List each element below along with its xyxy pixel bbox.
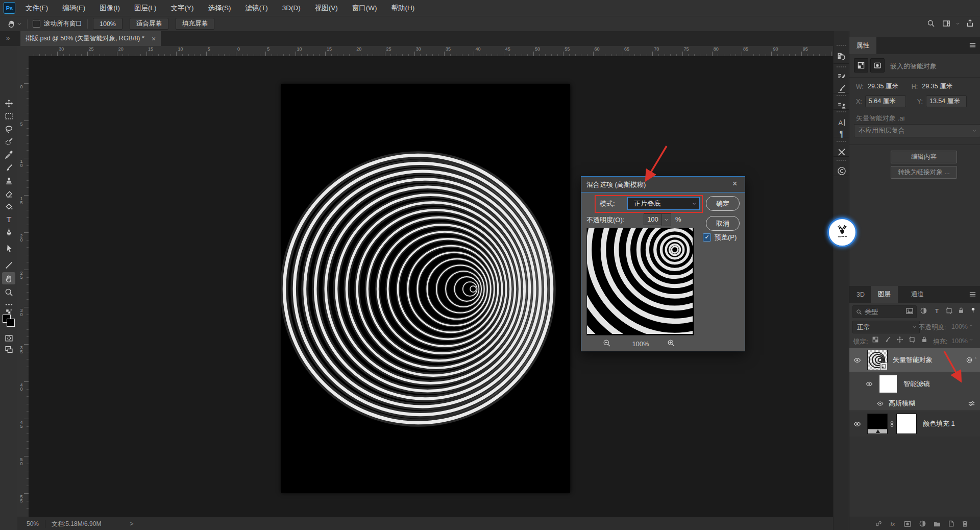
delete-layer-icon[interactable]: [961, 520, 969, 527]
menu-item-7[interactable]: 3D(D): [275, 0, 308, 16]
mask-thumb-icon[interactable]: [870, 58, 885, 73]
cancel-button[interactable]: 取消: [706, 216, 740, 231]
link-layers-icon[interactable]: [875, 520, 883, 527]
tool-presets-panel-icon[interactable]: [836, 147, 847, 157]
lasso-tool[interactable]: [2, 123, 15, 135]
menu-item-2[interactable]: 图像(I): [92, 0, 127, 16]
quick-mask-tool[interactable]: [2, 332, 15, 344]
eraser-tool[interactable]: [2, 187, 15, 200]
background-color-swatch[interactable]: [7, 319, 15, 327]
color-fill-thumbnail[interactable]: [867, 414, 888, 434]
menu-item-6[interactable]: 滤镜(T): [238, 0, 275, 16]
zoom-100-button[interactable]: 100%: [93, 18, 122, 30]
paint-bucket-tool[interactable]: [2, 200, 15, 212]
menu-item-3[interactable]: 图层(L): [127, 0, 164, 16]
filter-pixel-layers-icon[interactable]: [905, 307, 914, 315]
mask-link-icon[interactable]: [889, 421, 895, 427]
type-tool[interactable]: T: [2, 213, 15, 225]
tab-overflow-chevrons[interactable]: »: [6, 34, 10, 42]
fit-screen-button[interactable]: 适合屏幕: [130, 18, 168, 30]
hand-tool[interactable]: [2, 272, 15, 284]
horizontal-ruler[interactable]: 3025201510505101520253035404550556065707…: [29, 46, 833, 57]
menu-item-10[interactable]: 帮助(H): [384, 0, 422, 16]
layer-thumbnail[interactable]: [867, 350, 888, 370]
line-tool[interactable]: [2, 259, 15, 271]
brushes-panel-icon[interactable]: [836, 83, 847, 94]
hand-tool-icon[interactable]: [7, 19, 16, 28]
history-panel-icon[interactable]: [836, 51, 847, 62]
workspace-layout-icon[interactable]: [942, 19, 950, 28]
smart-filters-badge-icon[interactable]: [966, 356, 973, 364]
panel-drag-handle[interactable]: [837, 141, 846, 142]
lock-position-icon[interactable]: [896, 336, 903, 343]
layer-name[interactable]: 颜色填充 1: [923, 419, 955, 428]
menu-item-1[interactable]: 编辑(E): [55, 0, 92, 16]
clone-stamp-tool[interactable]: [2, 175, 15, 187]
eyedropper-tool[interactable]: [2, 148, 15, 160]
photoshop-logo[interactable]: Ps: [4, 2, 15, 14]
ruler-corner[interactable]: [17, 46, 29, 57]
opacity-input[interactable]: 100: [644, 213, 662, 225]
opacity-dropdown-chevron[interactable]: [662, 213, 671, 226]
layer-style-fx-icon[interactable]: fx: [889, 520, 897, 528]
character-panel-icon[interactable]: A: [836, 117, 847, 128]
filter-toggle-icon[interactable]: [970, 307, 976, 314]
layer-row-smart-filters[interactable]: 智能滤镜: [849, 372, 980, 396]
convert-to-linked-button[interactable]: 转换为链接对象 ...: [891, 166, 957, 179]
panel-menu-icon[interactable]: [969, 291, 976, 298]
path-select-tool[interactable]: [2, 242, 15, 254]
share-icon[interactable]: [966, 19, 974, 28]
menu-item-4[interactable]: 文字(Y): [164, 0, 201, 16]
chevron-down-icon[interactable]: [17, 21, 22, 27]
chevron-down-icon[interactable]: [955, 21, 960, 26]
scroll-all-windows-checkbox[interactable]: [33, 20, 40, 28]
visibility-eye-icon[interactable]: [866, 380, 873, 388]
visibility-eye-icon[interactable]: [853, 356, 861, 364]
preview-zoom-in-icon[interactable]: [667, 339, 675, 347]
panel-drag-handle[interactable]: [837, 111, 846, 112]
move-tool[interactable]: [2, 97, 15, 109]
layer-name[interactable]: 矢量智能对象: [893, 355, 933, 365]
menu-item-9[interactable]: 窗口(W): [345, 0, 384, 16]
marquee-tool[interactable]: [2, 110, 15, 122]
add-mask-icon[interactable]: [903, 520, 912, 528]
document-tab[interactable]: 排版.psd @ 50% (矢量智能对象, RGB/8) * ×: [20, 31, 161, 46]
fill-screen-button[interactable]: 填充屏幕: [176, 18, 214, 30]
pen-tool[interactable]: [2, 226, 15, 238]
fill-value[interactable]: 100%: [951, 338, 968, 345]
lock-all-icon[interactable]: [921, 336, 928, 343]
zoom-tool[interactable]: [2, 286, 15, 298]
panel-drag-handle[interactable]: [837, 95, 846, 96]
lock-artboard-icon[interactable]: [909, 336, 916, 343]
tab-3d[interactable]: 3D: [849, 286, 872, 303]
width-value[interactable]: 29.35 厘米: [868, 82, 898, 91]
document-canvas[interactable]: [281, 84, 570, 493]
opacity-value[interactable]: 100%: [951, 323, 968, 330]
filter-shape-layers-icon[interactable]: [945, 307, 953, 315]
filter-mask-thumbnail[interactable]: [879, 375, 897, 393]
panel-menu-icon[interactable]: [969, 41, 976, 49]
screen-mode-tool[interactable]: [2, 343, 15, 355]
creative-cloud-panel-icon[interactable]: [836, 165, 847, 176]
dialog-close-icon[interactable]: ×: [732, 179, 737, 188]
panel-drag-handle[interactable]: [837, 66, 846, 67]
y-value-field[interactable]: 13.54 厘米: [926, 95, 967, 107]
filter-blending-options-icon[interactable]: [968, 400, 975, 407]
preview-checkbox[interactable]: ✓: [703, 233, 711, 242]
layer-row-color-fill[interactable]: 颜色填充 1: [849, 411, 980, 437]
status-expand-chevron[interactable]: >: [130, 520, 133, 527]
layer-comp-select[interactable]: 不应用图层复合: [854, 124, 980, 137]
lock-transparency-icon[interactable]: [872, 336, 879, 343]
layer-row-gaussian-blur[interactable]: 高斯模糊: [849, 396, 980, 411]
blend-mode-select[interactable]: 正常: [852, 321, 920, 333]
new-layer-icon[interactable]: [947, 520, 955, 527]
menu-item-0[interactable]: 文件(F): [18, 0, 55, 16]
visibility-eye-icon[interactable]: [877, 400, 884, 407]
visibility-eye-icon[interactable]: [853, 420, 861, 428]
filter-type-layers-icon[interactable]: T: [933, 307, 941, 315]
clone-source-panel-icon[interactable]: [836, 101, 847, 111]
lock-pixels-icon[interactable]: [884, 336, 891, 343]
chevron-down-icon[interactable]: [969, 338, 973, 342]
gaussian-blur-label[interactable]: 高斯模糊: [889, 399, 915, 408]
adjustment-layer-icon[interactable]: [919, 520, 926, 527]
